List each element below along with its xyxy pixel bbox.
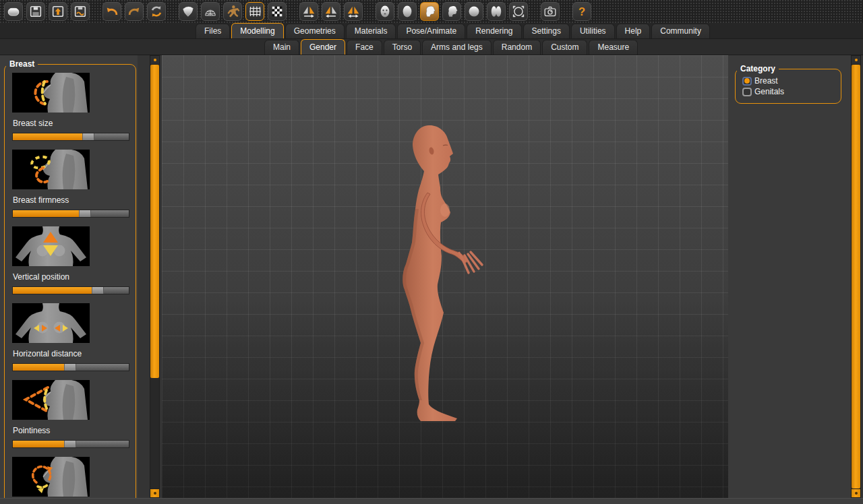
subtab-main[interactable]: Main bbox=[264, 40, 299, 55]
new-icon[interactable] bbox=[4, 2, 23, 21]
horizontal-distance-thumb bbox=[12, 303, 90, 343]
category-option-label: Genitals bbox=[754, 87, 784, 96]
radio-icon[interactable] bbox=[742, 77, 752, 86]
tab-pose-animate[interactable]: Pose/Animate bbox=[397, 24, 465, 38]
right-scrollbar-bottom-button[interactable] bbox=[852, 489, 860, 497]
radio-icon[interactable] bbox=[742, 88, 752, 96]
breast-size-thumb bbox=[12, 73, 90, 113]
redo-icon[interactable] bbox=[125, 2, 144, 21]
wireframe-icon[interactable] bbox=[201, 2, 220, 21]
human-model[interactable] bbox=[162, 55, 728, 498]
right-scrollbar[interactable] bbox=[851, 55, 861, 498]
model-breast-highlight bbox=[440, 203, 450, 217]
symmetry-right-icon[interactable] bbox=[299, 2, 318, 21]
subtab-arms-and-legs[interactable]: Arms and legs bbox=[422, 40, 492, 55]
left-scroll-gutter bbox=[138, 55, 162, 498]
tab-community[interactable]: Community bbox=[651, 24, 710, 38]
slider-handle-breast-firmness[interactable] bbox=[79, 210, 91, 217]
slider-handle-breast-size[interactable] bbox=[82, 133, 94, 140]
slider-horizontal-distance[interactable] bbox=[12, 363, 129, 371]
subtab-custom[interactable]: Custom bbox=[542, 40, 587, 55]
toolbar-group bbox=[179, 2, 290, 21]
tab-geometries[interactable]: Geometries bbox=[285, 24, 345, 38]
reset-icon[interactable] bbox=[147, 2, 166, 21]
3d-viewport[interactable] bbox=[162, 55, 728, 498]
both-views-icon[interactable] bbox=[487, 2, 506, 21]
sub-tab-bar: MainGenderFaceTorsoArms and legsRandomCu… bbox=[0, 39, 863, 55]
category-option-genitals[interactable]: Genitals bbox=[742, 87, 841, 96]
toolbar-group bbox=[102, 2, 169, 21]
main-tab-bar: FilesModellingGeometriesMaterialsPose/An… bbox=[0, 23, 863, 39]
category-groupbox: Category BreastGenitals bbox=[735, 69, 841, 104]
modifier-pointiness: Pointiness bbox=[12, 380, 136, 448]
modifier-vertical-position: Vertical position bbox=[12, 226, 136, 294]
left-scrollbar[interactable] bbox=[150, 55, 160, 498]
toolbar-group bbox=[541, 2, 563, 21]
modifier-horizontal-distance: Horizontal distance bbox=[12, 303, 136, 371]
left-scrollbar-bottom-button[interactable] bbox=[150, 489, 159, 497]
modifier-breast-volume: Breast Volume bbox=[12, 457, 136, 498]
slider-label-vertical-position: Vertical position bbox=[13, 272, 136, 282]
help-icon[interactable] bbox=[572, 2, 591, 21]
tab-help[interactable]: Help bbox=[616, 24, 651, 38]
tab-materials[interactable]: Materials bbox=[346, 24, 396, 38]
tab-modelling[interactable]: Modelling bbox=[231, 23, 283, 38]
left-scrollbar-top-button[interactable] bbox=[150, 56, 159, 65]
slider-label-breast-firmness: Breast firmness bbox=[13, 195, 136, 205]
right-scrollbar-top-button[interactable] bbox=[852, 56, 860, 65]
slider-handle-horizontal-distance[interactable] bbox=[64, 364, 76, 371]
profile-view-icon[interactable] bbox=[442, 2, 461, 21]
load-icon[interactable] bbox=[49, 2, 67, 21]
slider-list: Breast size Breast firmness Vertical pos… bbox=[12, 73, 136, 498]
orbit-view-icon[interactable] bbox=[509, 2, 528, 21]
subtab-gender[interactable]: Gender bbox=[301, 39, 345, 55]
grid-icon[interactable] bbox=[245, 2, 264, 21]
slider-pointiness[interactable] bbox=[12, 440, 129, 448]
smooth-icon[interactable] bbox=[179, 2, 198, 21]
breast-groupbox: Breast Breast size Breast firmness Verti… bbox=[4, 64, 136, 498]
grab-screen-icon[interactable] bbox=[541, 2, 560, 21]
left-scrollbar-thumb[interactable] bbox=[150, 65, 159, 378]
tab-files[interactable]: Files bbox=[196, 24, 230, 38]
subtab-random[interactable]: Random bbox=[493, 40, 541, 55]
toolbar-group bbox=[299, 2, 366, 21]
back-view-icon[interactable] bbox=[398, 2, 417, 21]
category-option-breast[interactable]: Breast bbox=[742, 76, 841, 86]
side-view-icon[interactable] bbox=[420, 2, 439, 21]
right-scrollbar-thumb[interactable] bbox=[852, 65, 860, 489]
subtab-torso[interactable]: Torso bbox=[384, 40, 421, 55]
symmetry-both-icon[interactable] bbox=[344, 2, 363, 21]
category-panel: Category BreastGenitals bbox=[728, 55, 851, 498]
top-view-icon[interactable] bbox=[465, 2, 483, 21]
symmetry-left-icon[interactable] bbox=[322, 2, 340, 21]
toolbar-group bbox=[376, 2, 531, 21]
makehuman-window: FilesModellingGeometriesMaterialsPose/An… bbox=[0, 0, 863, 504]
tab-settings[interactable]: Settings bbox=[523, 24, 570, 38]
slider-vertical-position[interactable] bbox=[12, 286, 129, 294]
front-view-icon[interactable] bbox=[376, 2, 394, 21]
left-scrollbar-track[interactable] bbox=[150, 65, 159, 489]
vertical-position-thumb bbox=[12, 226, 90, 266]
slider-breast-size[interactable] bbox=[12, 133, 129, 141]
subdivision-icon[interactable] bbox=[268, 2, 287, 21]
save-icon[interactable] bbox=[26, 2, 45, 21]
model-body[interactable] bbox=[403, 125, 457, 421]
slider-label-pointiness: Pointiness bbox=[13, 426, 136, 435]
undo-icon[interactable] bbox=[102, 2, 121, 21]
export-icon[interactable] bbox=[71, 2, 90, 21]
category-options: BreastGenitals bbox=[742, 76, 841, 96]
tab-rendering[interactable]: Rendering bbox=[467, 24, 521, 38]
tab-utilities[interactable]: Utilities bbox=[571, 24, 615, 38]
slider-handle-pointiness[interactable] bbox=[64, 441, 76, 447]
breast-volume-thumb bbox=[12, 457, 90, 497]
modifier-breast-size: Breast size bbox=[12, 73, 136, 141]
content-area: Breast Breast size Breast firmness Verti… bbox=[0, 55, 863, 498]
slider-handle-vertical-position[interactable] bbox=[92, 287, 104, 294]
pointiness-thumb bbox=[12, 380, 90, 420]
breast-firmness-thumb bbox=[12, 150, 90, 189]
subtab-measure[interactable]: Measure bbox=[589, 40, 638, 55]
pose-icon[interactable] bbox=[223, 2, 242, 21]
slider-breast-firmness[interactable] bbox=[12, 210, 129, 218]
subtab-face[interactable]: Face bbox=[347, 40, 382, 55]
right-scrollbar-track[interactable] bbox=[852, 65, 860, 489]
